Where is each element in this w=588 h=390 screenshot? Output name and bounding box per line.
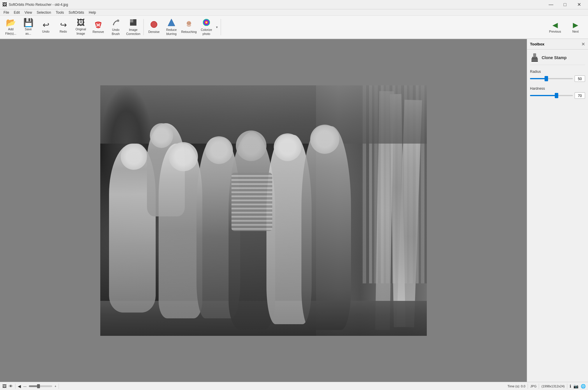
info-icon[interactable]: ℹ: [570, 384, 571, 389]
colorize-photo-label: photo: [203, 32, 210, 36]
status-icon-left: 🖼: [2, 384, 6, 389]
svg-rect-13: [531, 60, 538, 62]
menu-item-tools[interactable]: Tools: [53, 10, 66, 15]
undo-brush-icon: [112, 18, 120, 27]
toolbox-close-button[interactable]: ✕: [581, 41, 585, 47]
dimensions-label: (1998x1312x24): [541, 384, 565, 388]
radius-slider-thumb[interactable]: [545, 76, 548, 81]
zoom-out-icon[interactable]: —: [23, 384, 27, 388]
denoise-icon: [150, 20, 158, 29]
next-label: Next: [572, 30, 579, 33]
colorize-photo-icon: [202, 18, 210, 27]
next-button[interactable]: ▶ Next: [565, 17, 586, 37]
image-correction-label: Image: [129, 28, 137, 32]
previous-arrow-icon: ◀: [552, 21, 558, 29]
colorize-photo-button[interactable]: Colorizephoto: [198, 17, 215, 37]
toolbar-sep-2: [143, 19, 144, 35]
toolbox-panel: Toolbox ✕ Clone Stamp Radius: [527, 39, 588, 382]
title-bar: 🖼 SoftOrbits Photo Retoucher - old-4.jpg…: [0, 0, 588, 9]
reduce-blurring-label: Reduce: [166, 28, 177, 32]
denoise-button[interactable]: Denoise: [145, 17, 162, 37]
nav-buttons: ◀ Previous ▶ Next: [545, 17, 586, 37]
retouching-button[interactable]: Retouching: [180, 17, 197, 37]
zoom-in-icon[interactable]: +: [55, 384, 56, 388]
canvas-area[interactable]: [0, 39, 527, 382]
zoom-out-button[interactable]: ◀: [18, 384, 21, 389]
add-files-label: Add: [8, 27, 14, 31]
close-button[interactable]: ✕: [572, 0, 586, 9]
original-image-icon: 🖼: [77, 19, 85, 27]
retouching-icon: [185, 20, 193, 29]
status-separator-3: [528, 384, 528, 389]
undo-label: Undo: [42, 30, 49, 33]
status-separator-5: [567, 384, 567, 389]
svg-rect-10: [533, 53, 536, 57]
svg-marker-4: [168, 19, 175, 26]
save-as-label: as...: [25, 32, 31, 36]
reduce-blurring-button[interactable]: Reduceblurring: [163, 17, 180, 37]
colorize-photo-label: Colorize: [201, 28, 212, 32]
svg-point-6: [188, 23, 189, 24]
menu-item-view[interactable]: View: [22, 10, 34, 15]
menu-item-file[interactable]: File: [1, 10, 11, 15]
menu-item-softorbits[interactable]: SoftOrbits: [66, 10, 86, 15]
toolbox-title: Toolbox: [530, 42, 545, 46]
save-as-button[interactable]: 💾Saveas...: [20, 17, 37, 37]
svg-point-3: [151, 21, 157, 28]
camera-icon: 📷: [573, 384, 578, 389]
remove-label: Remove: [92, 30, 104, 34]
svg-point-0: [117, 20, 119, 22]
toolbox-header: Toolbox ✕: [527, 39, 588, 50]
redo-button[interactable]: ↪Redo: [55, 17, 72, 37]
tool-name-label: Clone Stamp: [542, 55, 567, 60]
status-separator-1: [15, 384, 15, 389]
hardness-row: 70: [530, 92, 585, 99]
status-separator-2: [59, 384, 59, 389]
title-controls: — □ ✕: [544, 0, 586, 9]
radius-value[interactable]: 50: [575, 75, 585, 82]
main-area: Toolbox ✕ Clone Stamp Radius: [0, 39, 588, 382]
undo-button[interactable]: ↩Undo: [37, 17, 54, 37]
reduce-blurring-label: blurring: [166, 32, 176, 36]
zoom-slider[interactable]: [29, 385, 52, 387]
status-icon-eye: 👁: [9, 384, 13, 389]
hardness-slider-thumb[interactable]: [555, 93, 558, 98]
image-correction-button[interactable]: ImageCorrection: [125, 17, 142, 37]
retouching-label: Retouching: [181, 30, 196, 34]
minimize-button[interactable]: —: [544, 0, 558, 9]
svg-rect-2: [130, 19, 133, 22]
tool-section: Clone Stamp: [530, 53, 585, 65]
hardness-label: Hardness: [530, 87, 585, 91]
title-bar-left: 🖼 SoftOrbits Photo Retoucher - old-4.jpg: [2, 2, 68, 7]
status-right: Time (s): 0.0 JPG (1998x1312x24) ℹ 📷 🌐: [508, 384, 586, 389]
photo-container: [100, 85, 427, 336]
svg-rect-11: [532, 57, 537, 58]
denoise-label: Denoise: [148, 30, 160, 34]
hardness-value[interactable]: 70: [575, 92, 585, 99]
hardness-slider-track[interactable]: [530, 95, 573, 96]
image-correction-icon: [129, 18, 137, 27]
radius-slider-fill: [530, 78, 546, 79]
photo-image: [100, 85, 427, 336]
undo-brush-label: Brush: [112, 32, 120, 36]
toolbox-content: Clone Stamp Radius 50 Hardness: [527, 50, 588, 102]
remove-icon: [94, 20, 102, 29]
add-files-icon: 📂: [6, 19, 16, 27]
status-bar: 🖼 👁 ◀ — + Time (s): 0.0 JPG (1998x1312x2…: [0, 382, 588, 390]
web-icon: 🌐: [581, 384, 586, 389]
save-as-icon: 💾: [23, 19, 34, 27]
remove-button[interactable]: Remove: [90, 17, 107, 37]
original-image-label: Image: [76, 32, 85, 36]
add-files-label: File(s)...: [5, 32, 16, 36]
menu-item-selection[interactable]: Selection: [34, 10, 53, 15]
menu-item-help[interactable]: Help: [87, 10, 99, 15]
dropdown-arrow-icon[interactable]: ▼: [215, 26, 218, 29]
undo-brush-button[interactable]: UndoBrush: [107, 17, 124, 37]
menu-item-edit[interactable]: Edit: [11, 10, 22, 15]
add-files-button[interactable]: 📂AddFile(s)...: [2, 17, 19, 37]
radius-slider-track[interactable]: [530, 78, 573, 79]
original-image-button[interactable]: 🖼OriginalImage: [72, 17, 89, 37]
maximize-button[interactable]: □: [558, 0, 572, 9]
previous-button[interactable]: ◀ Previous: [545, 17, 565, 37]
image-correction-label: Correction: [126, 32, 140, 36]
